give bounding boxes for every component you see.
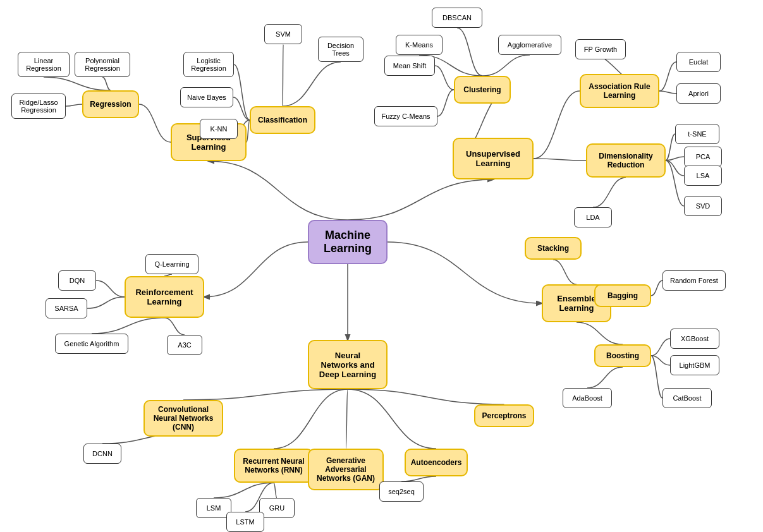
node-lsa: LSA — [684, 166, 722, 186]
mindmap-canvas: Machine LearningSupervised LearningUnsup… — [0, 0, 763, 532]
node-gan: Generative Adversarial Networks (GAN) — [308, 449, 384, 490]
node-autoencoders: Autoencoders — [405, 449, 468, 476]
node-unsupervised: Unsupervised Learning — [453, 138, 534, 179]
node-euclat: Euclat — [676, 52, 721, 72]
node-tsne: t-SNE — [675, 124, 719, 144]
node-lda: LDA — [574, 207, 612, 227]
node-agglomerative: Agglomerative — [498, 35, 561, 55]
node-random_forest: Random Forest — [662, 270, 726, 291]
node-catboost: CatBoost — [662, 388, 712, 408]
node-genetic: Genetic Algorithm — [55, 334, 128, 354]
node-a3c: A3C — [167, 335, 202, 355]
node-apriori: Apriori — [676, 83, 721, 104]
node-classification: Classification — [250, 106, 315, 134]
node-pca: PCA — [684, 147, 722, 167]
node-naive_bayes: Naive Bayes — [180, 87, 233, 107]
node-dqn: DQN — [58, 270, 96, 291]
node-knn: K-NN — [200, 119, 238, 139]
node-reinforcement: Reinforcement Learning — [125, 276, 204, 318]
node-adaboost: AdaBoost — [563, 388, 612, 408]
node-bagging: Bagging — [594, 284, 651, 307]
node-poly_reg: Polynomial Regression — [75, 52, 130, 77]
node-gru: GRU — [259, 498, 295, 518]
node-q_learning: Q-Learning — [145, 254, 198, 274]
node-svd: SVD — [684, 196, 722, 216]
node-fuzzy_cmeans: Fuzzy C-Means — [374, 106, 437, 126]
node-linear_reg: Linear Regression — [18, 52, 70, 77]
node-neural_networks: Neural Networks and Deep Learning — [308, 340, 388, 389]
node-clustering: Clustering — [454, 76, 511, 104]
node-machine_learning: Machine Learning — [308, 220, 388, 264]
node-kmeans: K-Means — [396, 35, 443, 55]
node-sarsa: SARSA — [46, 298, 87, 318]
node-ridge_lasso: Ridge/Lasso Regression — [11, 94, 66, 119]
node-stacking: Stacking — [525, 237, 582, 260]
node-boosting: Boosting — [594, 344, 651, 367]
node-fp_growth: FP Growth — [575, 39, 626, 59]
node-regression: Regression — [82, 90, 139, 118]
node-xgboost: XGBoost — [670, 329, 719, 349]
node-decision_trees: Decision Trees — [318, 37, 363, 62]
node-perceptrons: Perceptrons — [474, 404, 534, 427]
node-mean_shift: Mean Shift — [384, 56, 435, 76]
node-svm: SVM — [264, 24, 302, 44]
node-dimensionality: Dimensionality Reduction — [586, 143, 666, 178]
node-lstm: LSTM — [226, 512, 264, 532]
node-cnn: Convolutional Neural Networks (CNN) — [143, 400, 223, 437]
node-lightgbm: LightGBM — [670, 355, 719, 375]
node-seq2seq: seq2seq — [379, 481, 424, 502]
node-logistic_reg: Logistic Regression — [183, 52, 234, 77]
node-dcnn: DCNN — [83, 444, 121, 464]
node-rnn: Recurrent Neural Networks (RNN) — [234, 449, 314, 483]
node-dbscan: DBSCAN — [432, 8, 482, 28]
node-association_rule: Association Rule Learning — [580, 74, 659, 108]
